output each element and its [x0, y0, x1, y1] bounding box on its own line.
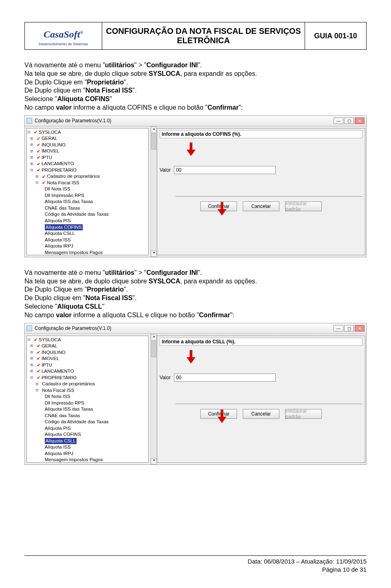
scroll-down-icon[interactable]: ▾ [151, 250, 157, 257]
valor-input[interactable] [174, 374, 276, 382]
tree-item-label: Alíquota PIS [45, 425, 71, 432]
tree-item[interactable]: Dll Impressão RPS [27, 192, 148, 199]
scroll-thumb[interactable] [151, 133, 156, 150]
tree-item-label: Dll Nota ISS [45, 186, 70, 192]
tree-item[interactable]: CNAE das Taxas [27, 413, 148, 419]
minimize-button[interactable]: — [334, 117, 343, 124]
tree-item[interactable]: ⊞ ✔INQUILINO [27, 349, 148, 356]
tree-item[interactable]: Mensagem Impostos Pagos [27, 457, 148, 462]
tree-item[interactable]: Alíquota COFINS [27, 224, 148, 231]
tree-item[interactable]: CNAE das Taxas [27, 205, 148, 212]
screenshot-2: Configuração de Parametros(V.1.0) — ▢ ✕ … [24, 323, 367, 465]
detail-panel: Informe a alíquota do COFINS (%). Valor … [157, 128, 365, 255]
tree-item-label: Alíquota CSLL [45, 230, 75, 237]
svg-marker-3 [217, 409, 226, 423]
logo-cell: CasaSoft® Desenvolvimento de Sistemas [25, 22, 102, 49]
check-icon: ✔ [37, 343, 40, 349]
scroll-up-icon[interactable]: ▴ [151, 334, 157, 340]
svg-marker-1 [217, 202, 226, 215]
separator [175, 196, 362, 197]
tree-item[interactable]: ⊞ ✔INQUILINO [27, 142, 148, 148]
arrow-icon [217, 202, 226, 216]
tree-item[interactable]: Dll Impressão RPS [27, 400, 148, 407]
tree-item[interactable]: ⊞ ✔GERAL [27, 343, 148, 349]
close-button[interactable]: ✕ [355, 325, 365, 332]
tree-item-label: IMOVEL [42, 356, 59, 362]
tree-item[interactable]: Alíquota CSLL [27, 230, 148, 237]
maximize-button[interactable]: ▢ [344, 117, 354, 124]
minimize-button[interactable]: — [334, 325, 343, 332]
tree-item[interactable]: Alíquota CSLL [27, 438, 148, 444]
check-icon: ✔ [37, 161, 40, 167]
tree-item[interactable]: Alíquota ISS das Taxas [27, 406, 148, 413]
tree-item[interactable]: Alíquota ISS das Taxas [27, 199, 148, 205]
tree-item-label: Código da Atividade das Taxas [45, 419, 109, 425]
tree-item[interactable]: ⊟ ✔PROPRIETARIO [27, 167, 148, 174]
tree-item[interactable]: Código da Atividade das Taxas [27, 211, 148, 218]
tree-item[interactable]: Dll Nota ISS [27, 393, 148, 400]
scroll-down-icon[interactable]: ▾ [151, 458, 157, 464]
arrow-icon [187, 350, 196, 364]
tree-item[interactable]: ⊞ ✔Cadastro de proprietários [27, 173, 148, 180]
tree-item[interactable]: ⊞ ✔IPTU [27, 362, 148, 369]
tree-item-label: LANCAMENTO [42, 161, 74, 167]
document-header: CasaSoft® Desenvolvimento de Sistemas CO… [24, 22, 367, 50]
restaurar-button[interactable]: Restaurar padrão [285, 409, 322, 419]
tree-item-label: PROPRIETARIO [42, 375, 77, 381]
instructions-block-1: Vá novamente até o menu "utilitários" > … [24, 61, 367, 112]
tree-item-label: Dll Impressão RPS [45, 192, 84, 199]
valor-input[interactable] [174, 166, 276, 174]
check-icon: ✔ [42, 174, 46, 180]
tree-item[interactable]: Dll Nota ISS [27, 186, 148, 192]
cancelar-button[interactable]: Cancelar [243, 409, 279, 419]
tree-item[interactable]: Alíquota PIS [27, 425, 148, 432]
check-icon: ✔ [37, 349, 40, 356]
tree-item[interactable]: ⊞ ✔LANCAMENTO [27, 368, 148, 375]
close-button[interactable]: ✕ [355, 117, 365, 124]
tree-item-label: GERAL [42, 343, 57, 349]
tree-item[interactable]: ⊞ ✔IMOVEL [27, 148, 148, 155]
tree-item-label: Dll Nota ISS [45, 393, 70, 400]
tree-item[interactable]: ⊟ ✔SYSLOCA [27, 337, 148, 343]
check-icon: ✔ [37, 155, 40, 161]
tree-item-label: Alíquota ISS [45, 237, 71, 243]
restaurar-button[interactable]: Restaurar padrão [285, 201, 322, 211]
scroll-thumb[interactable] [151, 341, 156, 357]
arrow-icon [187, 142, 196, 156]
tree-scrollbar[interactable]: ▴ ▾ [150, 126, 157, 257]
tree-item[interactable]: ⊟ ✔PROPRIETARIO [27, 375, 148, 381]
tree-view[interactable]: ⊟ ✔SYSLOCA ⊞ ✔GERAL ⊞ ✔INQUILINO ⊞ ✔IMOV… [26, 128, 149, 255]
tree-item[interactable]: Alíquota ISS [27, 444, 148, 451]
tree-item[interactable]: Alíquota COFINS [27, 431, 148, 438]
tree-item-label: Alíquota COFINS [45, 431, 81, 438]
tree-item[interactable]: ⊞ ✔IMOVEL [27, 356, 148, 362]
tree-item-label: Alíquota IRPJ [45, 451, 73, 457]
tree-view[interactable]: ⊟ ✔SYSLOCA ⊞ ✔GERAL ⊞ ✔INQUILINO ⊞ ✔IMOV… [26, 336, 149, 463]
tree-item-label: Cadastro de proprietários [47, 173, 100, 180]
tree-item[interactable]: ⊞ ✔IPTU [27, 155, 148, 161]
tree-item[interactable]: ⊟ Nota Fiscal ISS [27, 387, 148, 394]
footer-page: Página 10 de 31 [24, 566, 367, 574]
check-icon: ✔ [34, 129, 37, 135]
tree-item[interactable]: ⊞ ✔LANCAMENTO [27, 161, 148, 167]
detail-panel: Informe a alíquota do CSLL (%). Valor Co… [157, 336, 365, 463]
tree-item[interactable]: Alíquota PIS [27, 218, 148, 224]
scroll-up-icon[interactable]: ▴ [151, 126, 157, 133]
tree-item-label: Mensagem Impostos Pagos [45, 457, 103, 462]
tree-item[interactable]: Mensagem Impostos Pagos [27, 250, 148, 255]
tree-item[interactable]: Alíquota ISS [27, 237, 148, 243]
cancelar-button[interactable]: Cancelar [243, 201, 279, 211]
maximize-button[interactable]: ▢ [344, 325, 354, 332]
tree-item[interactable]: Código da Atividade das Taxas [27, 419, 148, 425]
check-icon: ✔ [34, 337, 37, 343]
tree-item[interactable]: ⊞ Cadastro de proprietários [27, 381, 148, 387]
tree-item[interactable]: Alíquota IRPJ [27, 451, 148, 457]
tree-item[interactable]: ⊟ ✔SYSLOCA [27, 129, 148, 136]
app-icon [26, 118, 32, 124]
tree-scrollbar[interactable]: ▴ ▾ [150, 334, 157, 464]
tree-item[interactable]: ⊟ ✔Nota Fiscal ISS [27, 180, 148, 186]
tree-item-label: LANCAMENTO [42, 368, 74, 375]
tree-item[interactable]: ⊞ ✔GERAL [27, 135, 148, 142]
logo-subtitle: Desenvolvimento de Sistemas [39, 42, 88, 46]
tree-item[interactable]: Alíquota IRPJ [27, 243, 148, 250]
